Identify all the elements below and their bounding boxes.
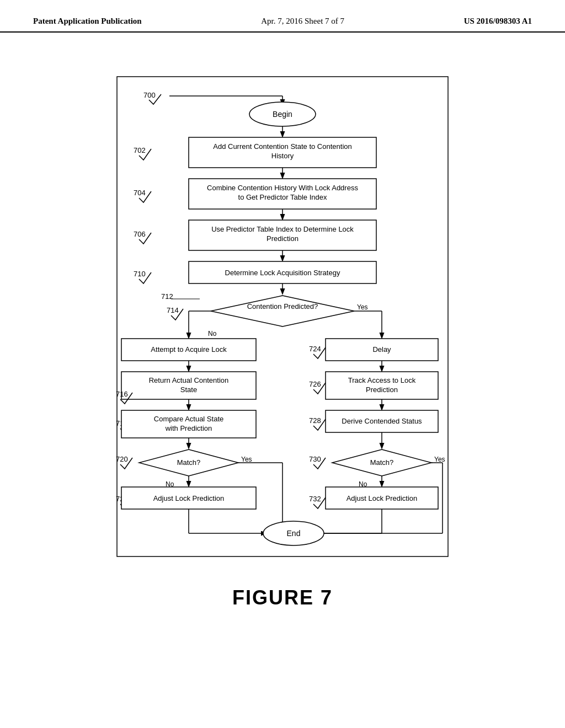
step-702-text2: History [271,152,294,160]
step-726-text: Track Access to Lock [348,376,416,384]
step-702-text: Add Current Contention State to Contenti… [213,142,352,151]
step-attempt-text: Attempt to Acquire Lock [151,345,227,354]
node-730-label: 730 [309,455,321,463]
node-704-label: 704 [134,189,146,197]
begin-label: Begin [273,110,292,119]
step-return-text2: State [180,386,197,394]
node-714-label: 714 [167,306,179,314]
node-702-label: 702 [134,146,146,154]
date-sheet-label: Apr. 7, 2016 Sheet 7 of 7 [261,17,344,26]
node-712-label: 712 [161,292,173,301]
figure-label: FIGURE 7 [84,586,481,609]
node-700-label: 700 [143,91,156,99]
figure-container: 700 Begin 702 Add Current Contention Sta… [84,49,481,609]
node-710-label: 710 [134,270,146,278]
step-706-text: Use Predictor Table Index to Determine L… [211,225,354,233]
step-718-text2: with Prediction [165,424,212,432]
step-726-text2: Prediction [366,386,398,394]
yes-714-label: Yes [357,303,368,311]
publication-label: Patent Application Publication [33,17,142,26]
end-label: End [287,529,301,538]
node-716-label: 716 [116,390,128,398]
step-718-text: Compare Actual State [154,415,223,423]
flowchart-svg: 700 Begin 702 Add Current Contention Sta… [84,49,481,579]
step-722-text: Adjust Lock Prediction [153,494,225,502]
node-726-label: 726 [309,380,321,388]
svg-marker-14 [211,296,354,326]
diamond-720-text: Match? [177,458,201,467]
node-732-label: 732 [309,495,321,503]
no-714-label: No [208,330,217,338]
step-732-text: Adjust Lock Prediction [347,494,418,502]
node-728-label: 728 [309,416,321,425]
diagram-area: 700 Begin 702 Add Current Contention Sta… [0,38,565,620]
step-704-text: Combine Contention History With Lock Add… [207,184,358,192]
step-return-text: Return Actual Contention [149,376,229,384]
node-706-label: 706 [134,230,146,238]
step-728-text: Derive Contended Status [342,417,422,425]
step-724-text: Delay [372,345,391,354]
patent-number-label: US 2016/098303 A1 [464,17,532,26]
page-header: Patent Application Publication Apr. 7, 2… [0,0,565,33]
step-706-text2: Prediction [266,234,299,243]
node-720-label: 720 [116,455,128,463]
node-724-label: 724 [309,345,321,353]
step-710-text: Determine Lock Acquisition Strategy [225,269,340,277]
yes-730-label: Yes [434,456,445,463]
diamond-730-text: Match? [370,458,394,467]
step-704-text2: to Get Predictor Table Index [238,193,327,201]
yes-720-label: Yes [241,456,252,463]
diamond-714-text: Contention Predicted? [247,302,318,311]
